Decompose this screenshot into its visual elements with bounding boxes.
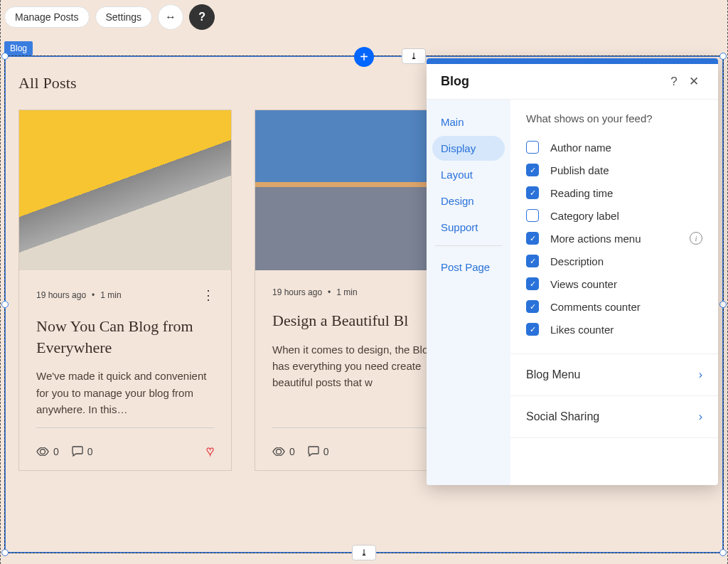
section-label: Blog Menu <box>526 368 581 381</box>
views-stat[interactable]: 0 <box>36 446 59 457</box>
sidebar-divider <box>435 245 502 246</box>
tab-display[interactable]: Display <box>432 136 505 161</box>
option-label: Comments counter <box>550 301 641 313</box>
display-option[interactable]: ✓Reading time <box>526 181 702 204</box>
tab-support[interactable]: Support <box>432 215 505 240</box>
option-label: Category label <box>550 210 619 222</box>
eye-icon <box>36 447 49 456</box>
meta-separator: • <box>92 290 95 300</box>
panel-sidebar: Main Display Layout Design Support Post … <box>427 100 510 485</box>
divider <box>36 427 214 428</box>
display-option[interactable]: ✓Views counter <box>526 272 702 295</box>
question-icon: ? <box>198 11 205 23</box>
display-option[interactable]: ✓Likes counter <box>526 318 702 341</box>
option-label: Reading time <box>550 187 613 199</box>
comments-stat[interactable]: 0 <box>308 446 329 457</box>
option-label: Likes counter <box>550 324 614 336</box>
display-option[interactable]: Author name <box>526 136 702 159</box>
resize-handle-br[interactable] <box>719 549 727 556</box>
post-meta: 19 hours ago • 1 min <box>272 287 358 297</box>
resize-handle-bl[interactable] <box>1 549 9 556</box>
post-read-time: 1 min <box>336 287 357 297</box>
settings-button[interactable]: Settings <box>95 6 153 28</box>
views-count: 0 <box>289 446 295 457</box>
divider <box>510 437 718 438</box>
question-icon: ? <box>670 75 677 88</box>
attach-bottom-button[interactable]: ⤓ <box>352 545 376 560</box>
resize-handle-mr[interactable] <box>719 301 727 308</box>
display-option[interactable]: ✓More actions menui <box>526 227 702 250</box>
resize-handle-tr[interactable] <box>719 53 727 60</box>
add-element-button[interactable]: + <box>354 47 374 67</box>
resize-handle-ml[interactable] <box>1 301 9 308</box>
option-label: Author name <box>550 142 611 154</box>
download-icon: ⤓ <box>410 51 417 61</box>
post-title: Now You Can Blog from Everywhere <box>36 316 214 358</box>
chevron-right-icon: › <box>699 410 702 423</box>
top-toolbar: Manage Posts Settings ↔ ? <box>4 4 215 30</box>
comment-icon <box>72 446 83 457</box>
chevron-right-icon: › <box>699 368 702 381</box>
views-count: 0 <box>53 446 59 457</box>
tab-design[interactable]: Design <box>432 188 505 213</box>
display-option[interactable]: Category label <box>526 204 702 227</box>
close-icon: ✕ <box>689 75 699 88</box>
comments-count: 0 <box>87 446 93 457</box>
panel-close-button[interactable]: ✕ <box>684 74 704 89</box>
heart-icon: ♥ <box>206 444 214 458</box>
post-read-time: 1 min <box>100 290 121 300</box>
checkbox[interactable]: ✓ <box>526 323 539 336</box>
selection-label: Blog <box>4 41 33 55</box>
display-option[interactable]: ✓Publish date <box>526 159 702 181</box>
blog-menu-section[interactable]: Blog Menu › <box>510 354 718 395</box>
comment-icon <box>308 446 319 457</box>
plus-icon: + <box>360 49 368 65</box>
panel-accent-bar <box>427 58 718 64</box>
comments-stat[interactable]: 0 <box>72 446 93 457</box>
display-option[interactable]: ✓Description <box>526 250 702 272</box>
display-option[interactable]: ✓Comments counter <box>526 295 702 318</box>
option-label: More actions menu <box>550 233 641 245</box>
stretch-button[interactable]: ↔ <box>158 4 183 30</box>
post-description: When it comes to design, the Blog has ev… <box>272 341 450 417</box>
attach-top-button[interactable]: ⤓ <box>402 48 426 64</box>
checkbox[interactable]: ✓ <box>526 232 539 245</box>
panel-title: Blog <box>441 74 664 89</box>
post-card[interactable]: 19 hours ago • 1 min ⋮ Now You Can Blog … <box>18 110 232 471</box>
post-time: 19 hours ago <box>36 290 86 300</box>
eye-icon <box>272 447 285 456</box>
download-icon: ⤓ <box>360 548 368 558</box>
tab-layout[interactable]: Layout <box>432 162 505 187</box>
post-more-button[interactable]: ⋮ <box>202 287 214 303</box>
resize-handle-tl[interactable] <box>1 53 9 60</box>
checkbox[interactable]: ✓ <box>526 277 539 290</box>
stretch-icon: ↔ <box>165 11 176 23</box>
post-title: Design a Beautiful Bl <box>272 310 450 331</box>
checkbox[interactable] <box>526 209 539 222</box>
panel-main: What shows on your feed? Author name✓Pub… <box>510 100 718 485</box>
meta-separator: • <box>328 287 331 297</box>
info-icon[interactable]: i <box>690 232 702 245</box>
checkbox[interactable] <box>526 141 539 154</box>
help-button[interactable]: ? <box>189 4 215 30</box>
comments-count: 0 <box>323 446 329 457</box>
checkbox[interactable]: ✓ <box>526 186 539 199</box>
blog-settings-panel: Blog ? ✕ Main Display Layout Design Supp… <box>427 58 718 485</box>
section-label: Social Sharing <box>526 410 599 423</box>
manage-posts-button[interactable]: Manage Posts <box>4 6 90 28</box>
post-meta: 19 hours ago • 1 min <box>36 290 122 300</box>
checkbox[interactable]: ✓ <box>526 255 539 267</box>
option-label: Views counter <box>550 278 617 290</box>
post-description: We've made it quick and convenient for y… <box>36 368 214 417</box>
social-sharing-section[interactable]: Social Sharing › <box>510 396 718 437</box>
checkbox[interactable]: ✓ <box>526 300 539 313</box>
tab-main[interactable]: Main <box>432 110 505 134</box>
section-heading: What shows on your feed? <box>526 112 702 124</box>
panel-help-button[interactable]: ? <box>664 75 684 89</box>
post-cover-image <box>19 110 231 270</box>
views-stat[interactable]: 0 <box>272 446 295 457</box>
tab-post-page[interactable]: Post Page <box>432 255 505 280</box>
checkbox[interactable]: ✓ <box>526 164 539 176</box>
divider <box>272 427 450 428</box>
like-button[interactable]: ♥ <box>206 444 214 459</box>
